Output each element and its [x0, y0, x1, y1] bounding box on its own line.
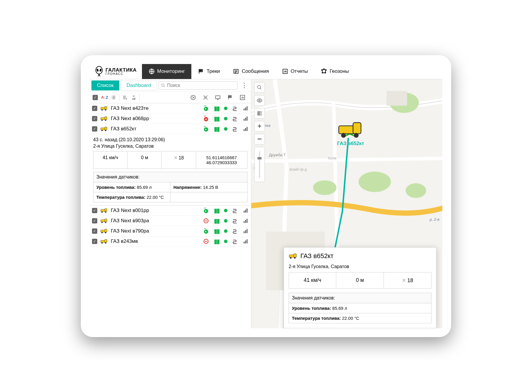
route-icon[interactable]	[232, 105, 238, 112]
pause-icon[interactable]: ▮▮	[213, 126, 220, 132]
vehicle-list: ГАЗ Next в423те▮▮ГАЗ Next в068рр▮▮ГАЗ в6…	[90, 103, 251, 328]
zoom-slider[interactable]	[254, 147, 265, 182]
pause-icon[interactable]: ▮▮	[213, 228, 220, 234]
row-checkbox[interactable]	[92, 228, 97, 234]
svg-point-65	[406, 183, 426, 198]
map-label-prd: вский пр-д	[290, 167, 307, 171]
svg-point-78	[290, 257, 291, 258]
go-icon[interactable]	[203, 105, 209, 112]
list-view-icon[interactable]	[109, 93, 118, 102]
bars-icon[interactable]	[242, 238, 249, 245]
svg-point-42	[205, 207, 206, 208]
pause-icon[interactable]: ▮▮	[213, 115, 220, 122]
nav-geozones[interactable]: Геозоны	[314, 64, 355, 79]
monitor-icon[interactable]	[213, 93, 222, 102]
svg-point-34	[105, 130, 106, 131]
wrench-icon: ✕	[174, 155, 178, 160]
car-icon	[289, 253, 297, 259]
nav-tracks-label: Треки	[207, 68, 220, 74]
more-menu-icon[interactable]: ⋮	[239, 82, 249, 89]
svg-rect-25	[105, 117, 107, 120]
vehicle-row[interactable]: ГАЗ Next в068рр▮▮	[90, 114, 251, 124]
go-icon[interactable]	[203, 207, 209, 214]
route-icon[interactable]	[232, 115, 238, 122]
map-eye-icon[interactable]	[254, 95, 265, 106]
svg-point-58	[105, 242, 106, 244]
car-icon	[100, 228, 108, 234]
wrench-icon: ✕	[402, 277, 406, 283]
map-layers-icon[interactable]	[254, 108, 265, 119]
tab-list[interactable]: Список	[91, 80, 119, 90]
nav-tracks[interactable]: Треки	[191, 64, 226, 79]
popup-sat: ✕18	[384, 272, 431, 288]
map-vehicle-label: ГАЗ в652кт	[337, 141, 364, 147]
svg-point-13	[191, 95, 195, 100]
bars-icon[interactable]	[242, 218, 249, 224]
brand-logo: ГАЛАКТИКА ГЛОНАСС	[90, 66, 142, 77]
map-controls: + −	[254, 82, 265, 182]
map-search-icon[interactable]	[254, 82, 265, 93]
row-checkbox[interactable]	[92, 106, 97, 111]
search-box[interactable]	[158, 81, 237, 90]
svg-point-45	[101, 222, 103, 223]
vehicle-row[interactable]: ГАЗ Next в903ра▮▮	[90, 216, 251, 226]
pause-icon[interactable]: ▮▮	[213, 105, 220, 112]
zoom-out-icon[interactable]: −	[254, 134, 265, 144]
zoom-in-icon[interactable]: +	[254, 121, 265, 132]
svg-point-72	[257, 85, 261, 89]
select-all-checkbox[interactable]	[93, 95, 98, 100]
row-checkbox[interactable]	[92, 218, 97, 223]
svg-point-62	[359, 171, 391, 192]
vehicle-row[interactable]: ГАЗ Next в001рр▮▮	[90, 206, 251, 216]
pause-icon[interactable]: ▮▮	[213, 218, 220, 224]
row-checkbox[interactable]	[92, 239, 97, 244]
goto-icon[interactable]	[189, 93, 198, 102]
vehicle-name: ГАЗ в652кт	[111, 126, 200, 132]
nav-reports[interactable]: Отчеты	[275, 64, 314, 79]
row-checkbox[interactable]	[92, 126, 97, 132]
all-list-icon[interactable]: ≡All	[129, 93, 138, 102]
bars-icon[interactable]	[242, 207, 249, 214]
sensor-fuel: Уровень топлива: 85.69 л	[93, 182, 170, 192]
svg-rect-19	[105, 106, 107, 110]
add-list-icon[interactable]	[121, 93, 129, 102]
svg-point-9	[324, 69, 325, 70]
sort-az-icon[interactable]: A↓Z	[100, 93, 109, 102]
flag-grid-icon[interactable]	[226, 93, 235, 102]
nav-monitoring[interactable]: Мониторинг	[142, 64, 191, 79]
route-icon[interactable]	[232, 238, 238, 245]
search-input[interactable]	[167, 83, 235, 88]
row-checkbox[interactable]	[92, 208, 97, 213]
bars-icon[interactable]	[242, 105, 249, 112]
svg-point-20	[101, 109, 103, 111]
detail-sat: ✕18	[162, 152, 196, 169]
route-icon[interactable]	[232, 126, 238, 132]
vehicle-name: ГАЗ Next в068рр	[111, 116, 200, 122]
route-icon[interactable]	[232, 207, 238, 214]
vehicle-row[interactable]: ГАЗ Next в423те▮▮	[90, 103, 251, 114]
vehicle-row[interactable]: ГАЗ Next в790ра▮▮	[90, 226, 251, 236]
row-checkbox[interactable]	[92, 116, 97, 121]
route-icon[interactable]	[232, 218, 238, 224]
route-icon[interactable]	[232, 228, 238, 234]
vehicle-row[interactable]: ГАЗ в243мв▮▮	[90, 236, 251, 247]
stop-icon[interactable]	[203, 115, 209, 122]
satellite-icon[interactable]	[201, 93, 210, 102]
bars-icon[interactable]	[242, 126, 249, 132]
vehicle-row[interactable]: ГАЗ в652кт▮▮	[90, 124, 251, 134]
pause-icon[interactable]: ▮▮	[213, 238, 220, 245]
tab-dashboard[interactable]: Dashboard	[121, 80, 157, 90]
stop-outline-icon[interactable]	[203, 238, 209, 245]
go-icon[interactable]	[203, 228, 209, 234]
go-icon[interactable]	[203, 126, 209, 132]
bars-icon[interactable]	[242, 228, 249, 234]
status-dot-icon	[224, 209, 227, 212]
stop-outline-icon[interactable]	[203, 218, 209, 224]
pause-icon[interactable]: ▮▮	[213, 207, 220, 214]
bars-icon[interactable]	[242, 115, 249, 122]
stats-icon[interactable]	[238, 93, 247, 102]
nav-messages[interactable]: Сообщения	[226, 64, 275, 79]
sensor-voltage: Напряжение: 14.25 В	[170, 182, 247, 192]
map-vehicle-marker[interactable]: ГАЗ в652кт	[337, 121, 364, 147]
svg-point-57	[101, 242, 103, 244]
